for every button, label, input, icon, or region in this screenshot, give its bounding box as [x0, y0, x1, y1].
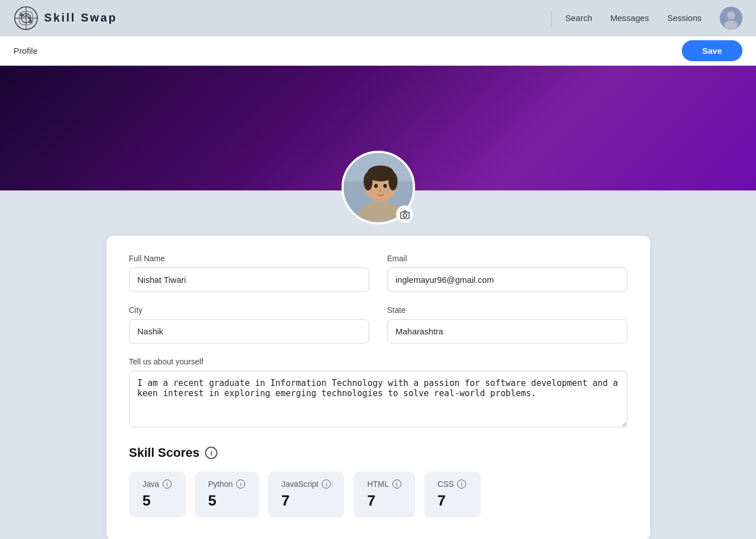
- skill-score-java: 5: [143, 492, 172, 510]
- nav-messages[interactable]: Messages: [610, 13, 649, 23]
- brand-logo-icon: [14, 6, 39, 31]
- skill-card-css: CSS i 7: [424, 472, 481, 517]
- skill-card-python-header: Python i: [208, 479, 246, 489]
- skill-card-java-header: Java i: [143, 479, 172, 489]
- breadcrumb: Profile: [14, 46, 38, 56]
- nav-search[interactable]: Search: [565, 13, 592, 23]
- city-group: City: [129, 305, 369, 343]
- navbar: Skill Swap Search Messages Sessions: [0, 0, 756, 36]
- bio-textarea[interactable]: I am a recent graduate in Information Te…: [129, 371, 627, 427]
- svg-rect-20: [400, 212, 409, 218]
- city-input[interactable]: [129, 319, 369, 343]
- svg-point-7: [727, 11, 735, 19]
- brand-name: Skill Swap: [44, 11, 117, 24]
- svg-point-17: [374, 184, 378, 188]
- state-group: State: [387, 305, 627, 343]
- skill-cards-row: Java i 5 Python i 5 JavaScript: [129, 472, 627, 517]
- email-group: Email: [387, 254, 627, 292]
- save-button[interactable]: Save: [682, 40, 742, 61]
- skill-score-css: 7: [438, 492, 467, 510]
- full-name-input[interactable]: [129, 268, 369, 292]
- skill-card-python: Python i 5: [195, 472, 259, 517]
- skill-java-info-icon[interactable]: i: [163, 479, 172, 489]
- email-label: Email: [387, 254, 627, 263]
- full-name-group: Full Name: [129, 254, 369, 292]
- bio-group: Tell us about yourself I am a recent gra…: [129, 357, 627, 427]
- city-label: City: [129, 305, 369, 315]
- svg-point-16: [388, 172, 398, 190]
- svg-point-21: [403, 214, 407, 217]
- skill-name-python: Python: [208, 479, 233, 489]
- skill-card-html-header: HTML i: [367, 479, 401, 489]
- nav-user-avatar[interactable]: [720, 7, 742, 29]
- svg-point-18: [383, 184, 387, 188]
- svg-point-15: [364, 172, 373, 190]
- form-row-city-state: City State: [129, 305, 627, 343]
- skill-card-javascript-header: JavaScript i: [281, 479, 331, 489]
- skill-scores-section: Skill Scores i Java i 5 Python i: [129, 445, 627, 517]
- nav-sessions[interactable]: Sessions: [667, 13, 702, 23]
- skill-python-info-icon[interactable]: i: [236, 479, 245, 489]
- main-content: Full Name Email City State Tell us about…: [0, 66, 756, 539]
- bio-label: Tell us about yourself: [129, 357, 627, 366]
- profile-card: Full Name Email City State Tell us about…: [106, 236, 650, 539]
- skill-score-html: 7: [367, 492, 401, 510]
- skill-name-html: HTML: [367, 479, 388, 489]
- svg-point-22: [407, 213, 408, 214]
- svg-point-8: [724, 20, 738, 29]
- state-input[interactable]: [387, 319, 627, 343]
- breadcrumb-bar: Profile Save: [0, 36, 756, 66]
- full-name-label: Full Name: [129, 254, 369, 263]
- svg-point-19: [379, 189, 382, 192]
- nav-links: Search Messages Sessions: [565, 13, 702, 23]
- nav-divider: [551, 10, 552, 27]
- skill-name-css: CSS: [438, 479, 454, 489]
- avatar-wrapper: [341, 151, 415, 224]
- email-input[interactable]: [387, 268, 627, 292]
- skill-scores-title: Skill Scores i: [129, 445, 627, 460]
- skill-card-html: HTML i 7: [353, 472, 415, 517]
- skill-card-java: Java i 5: [129, 472, 186, 517]
- skill-css-info-icon[interactable]: i: [457, 479, 466, 489]
- form-row-name-email: Full Name Email: [129, 254, 627, 292]
- skill-card-css-header: CSS i: [438, 479, 467, 489]
- skill-score-python: 5: [208, 492, 246, 510]
- skill-scores-heading: Skill Scores: [129, 445, 200, 460]
- camera-button[interactable]: [396, 205, 414, 223]
- skill-card-javascript: JavaScript i 7: [268, 472, 344, 517]
- brand: Skill Swap: [14, 6, 117, 31]
- skill-javascript-info-icon[interactable]: i: [322, 479, 331, 489]
- skill-html-info-icon[interactable]: i: [392, 479, 402, 489]
- skill-name-java: Java: [143, 479, 160, 489]
- state-label: State: [387, 305, 627, 315]
- skill-score-javascript: 7: [281, 492, 331, 510]
- skill-scores-info-icon[interactable]: i: [205, 447, 217, 459]
- skill-name-javascript: JavaScript: [281, 479, 318, 489]
- hero-banner: [0, 66, 756, 190]
